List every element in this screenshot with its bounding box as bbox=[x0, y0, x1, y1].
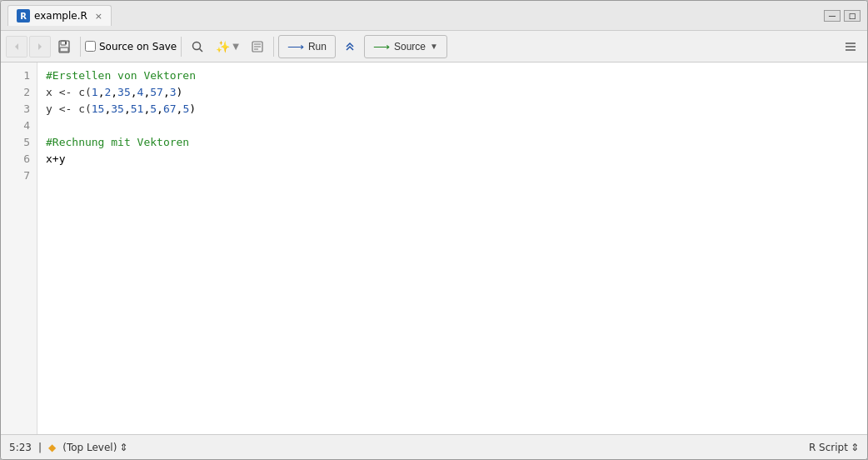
forward-icon bbox=[35, 42, 45, 52]
code-editor[interactable]: #Erstellen von Vektoren x <- c(1,2,35,4,… bbox=[37, 62, 867, 434]
wand-button[interactable]: ✨ ▼ bbox=[211, 35, 244, 58]
rerun-button[interactable] bbox=[337, 35, 362, 58]
wand-dropdown-icon: ▼ bbox=[232, 42, 239, 51]
status-right: R Script ⇕ bbox=[809, 442, 859, 453]
code-line-5: #Rechnung mit Vektoren bbox=[46, 134, 859, 151]
run-button[interactable]: ⟶ Run bbox=[278, 35, 336, 58]
svg-rect-5 bbox=[65, 42, 67, 44]
window-controls: — □ bbox=[824, 10, 861, 22]
scope-label: (Top Level) bbox=[62, 442, 117, 453]
source-arrow-icon: ⟶ bbox=[373, 40, 390, 53]
line-num-6: 6 bbox=[1, 151, 37, 168]
source-dropdown-icon: ▼ bbox=[430, 42, 438, 51]
line-numbers: 1 2 3 4 5 6 7 bbox=[1, 62, 37, 434]
code-line-6: x+y bbox=[46, 151, 859, 168]
filetype-dropdown-icon: ⇕ bbox=[851, 442, 859, 453]
filetype-selector[interactable]: R Script ⇕ bbox=[809, 442, 859, 453]
minimize-button[interactable]: — bbox=[824, 10, 841, 22]
scope-selector[interactable]: (Top Level) ⇕ bbox=[62, 442, 127, 453]
back-icon bbox=[12, 42, 22, 52]
line-num-5: 5 bbox=[1, 134, 37, 151]
filetype-label: R Script bbox=[809, 442, 848, 453]
file-tab[interactable]: R example.R × bbox=[7, 5, 112, 26]
rstudio-editor-window: R example.R × — □ bbox=[0, 0, 868, 460]
svg-marker-0 bbox=[15, 43, 18, 50]
scope-dropdown-icon: ⇕ bbox=[119, 442, 127, 453]
code-line-1: #Erstellen von Vektoren bbox=[46, 68, 859, 84]
code-line-2: x <- c(1,2,35,4,57,3) bbox=[46, 84, 859, 101]
source-label: Source bbox=[394, 41, 426, 52]
line-num-4: 4 bbox=[1, 118, 37, 134]
run-label: Run bbox=[308, 41, 327, 52]
separator-3 bbox=[273, 37, 274, 57]
status-separator: | bbox=[38, 442, 42, 453]
separator-2 bbox=[181, 37, 182, 57]
comment-1: #Erstellen von Vektoren bbox=[46, 69, 196, 82]
status-bar: 5:23 | ◆ (Top Level) ⇕ R Script ⇕ bbox=[1, 434, 867, 459]
notes-icon bbox=[251, 40, 264, 53]
source-button[interactable]: ⟶ Source ▼ bbox=[364, 35, 447, 58]
code-line-7 bbox=[46, 168, 859, 184]
source-on-save-group: Source on Save bbox=[85, 41, 177, 52]
search-icon bbox=[191, 40, 204, 53]
wand-icon: ✨ bbox=[216, 40, 230, 53]
tab-filename: example.R bbox=[34, 10, 87, 22]
rerun-icon bbox=[342, 39, 357, 54]
menu-button[interactable] bbox=[839, 35, 862, 58]
r-logo-icon: R bbox=[17, 9, 30, 22]
menu-icon bbox=[844, 40, 857, 53]
cursor-position: 5:23 bbox=[9, 442, 32, 453]
save-icon bbox=[57, 40, 71, 53]
code-line-4 bbox=[46, 118, 859, 134]
forward-button[interactable] bbox=[29, 36, 51, 58]
diamond-icon: ◆ bbox=[48, 442, 56, 453]
line-num-2: 2 bbox=[1, 84, 37, 101]
editor-toolbar: Source on Save ✨ ▼ ⟶ Run bbox=[1, 31, 867, 62]
maximize-button[interactable]: □ bbox=[844, 10, 861, 22]
line-num-7: 7 bbox=[1, 168, 37, 184]
code-line-3: y <- c(15,35,51,5,67,5) bbox=[46, 101, 859, 118]
line-num-3: 3 bbox=[1, 101, 37, 118]
svg-rect-4 bbox=[60, 48, 68, 52]
editor-container: 1 2 3 4 5 6 7 #Erstellen von Vektoren x … bbox=[1, 62, 867, 434]
search-button[interactable] bbox=[186, 35, 209, 58]
back-button[interactable] bbox=[6, 36, 27, 58]
tab-close-icon[interactable]: × bbox=[95, 11, 102, 22]
comment-2: #Rechnung mit Vektoren bbox=[46, 136, 189, 148]
separator-1 bbox=[80, 37, 81, 57]
title-bar: R example.R × — □ bbox=[1, 1, 867, 31]
svg-marker-1 bbox=[38, 43, 42, 50]
svg-point-6 bbox=[193, 42, 201, 49]
status-left: 5:23 | ◆ (Top Level) ⇕ bbox=[9, 442, 127, 453]
svg-line-7 bbox=[200, 48, 203, 52]
run-arrow-icon: ⟶ bbox=[287, 40, 304, 53]
save-button[interactable] bbox=[52, 35, 76, 58]
source-on-save-label: Source on Save bbox=[99, 41, 177, 52]
source-on-save-checkbox[interactable] bbox=[85, 41, 96, 52]
notes-button[interactable] bbox=[246, 35, 269, 58]
line-num-1: 1 bbox=[1, 68, 37, 84]
